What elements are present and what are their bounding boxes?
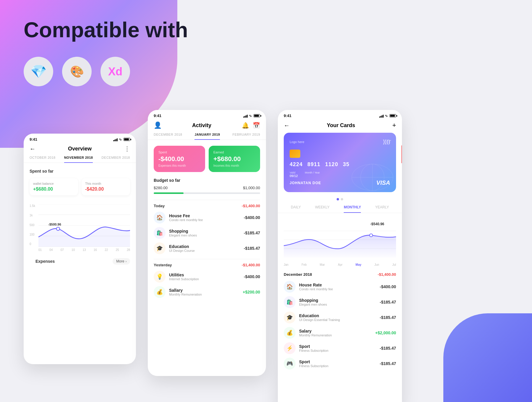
this-month-card: This month -$420.00: [82, 178, 130, 195]
phone-activity: 9:41 ∿ 👤 Activity: [148, 110, 266, 376]
cards-back-button[interactable]: ←: [284, 122, 290, 129]
trans-month: December 2018: [284, 272, 312, 277]
tab-monthly[interactable]: MONTHLY: [344, 205, 361, 213]
tab-daily[interactable]: DAILY: [291, 205, 301, 213]
card-number-part3: 1120: [325, 161, 338, 168]
wallet-value: +$680.00: [33, 187, 74, 192]
budget-section: Budget so far $280.00 $1,000.00: [148, 178, 266, 194]
today-transactions: Today -$1,400.00 🏠 House Fee Condo rent …: [148, 204, 266, 254]
education-icon2: 🎓: [284, 312, 296, 323]
battery-icon-3: [390, 114, 396, 117]
activity-title: Activity: [192, 122, 211, 129]
signal-icon-2: [243, 114, 248, 118]
profile-icon[interactable]: 👤: [154, 121, 162, 129]
spent-type: Spent: [158, 150, 200, 154]
house-fee-icon: 🏠: [154, 212, 166, 223]
phone-cards: 9:41 ∿ ← Your Cards: [278, 110, 402, 402]
wifi-icon: ∿: [119, 137, 122, 142]
card-dot-1[interactable]: [337, 198, 339, 200]
figma-icon: 🎨: [70, 65, 84, 78]
back-button[interactable]: ←: [30, 145, 35, 152]
budget-label: Budget so far: [154, 178, 260, 183]
more-button[interactable]: More ›: [113, 258, 130, 265]
y-labels: 1.5k 1k 500 100 0: [30, 204, 35, 246]
card-number-part4: 35: [343, 161, 349, 168]
list-item[interactable]: 🏠 House Rate Condo rent monthly fee -$40…: [284, 281, 396, 293]
earned-amount: +$680.00: [213, 155, 255, 163]
card-logo-row: Logo here )))): [290, 139, 390, 145]
tool-icons-row: 💎 🎨 Xd: [24, 57, 508, 86]
battery-icon-2: [254, 114, 260, 117]
add-card-button[interactable]: +: [392, 121, 396, 129]
sketch-icon: 💎: [30, 64, 47, 79]
earned-desc: Incomes this month: [213, 164, 255, 167]
svg-text:-$500.96: -$500.96: [48, 223, 61, 226]
house-rate-icon: 🏠: [284, 281, 296, 293]
spent-desc: Expenses this month: [158, 164, 200, 167]
today-total: -$1,400.00: [242, 204, 260, 208]
yesterday-header: Yesterday -$1,400.00: [154, 263, 260, 267]
list-item[interactable]: 💰 Sallary Monthly Remuneration +$200.00: [154, 286, 260, 298]
budget-progress-bar: [154, 192, 260, 194]
yesterday-transactions: Yesterday -$1,400.00 💡 Utilities Interne…: [148, 263, 266, 298]
figma-icon-circle: 🎨: [62, 57, 92, 86]
list-item[interactable]: 🛍️ Shopping Elegant men shoes -$185.47: [284, 296, 396, 308]
card-holder-name: JOHNATAN DOE: [290, 181, 321, 185]
cards-header: ← Your Cards +: [278, 119, 402, 133]
tab-october[interactable]: OCTOBER 2018: [30, 156, 56, 163]
tab-november[interactable]: NOVEMBER 2018: [64, 156, 93, 163]
phones-container: 9:41 ∿ ← Overview: [24, 110, 508, 402]
status-icons-1: ∿: [113, 137, 130, 142]
activity-icons: 🔔 📅: [242, 122, 260, 129]
cards-transactions: December 2018 -$1,400.00 🏠 House Rate Co…: [278, 272, 402, 369]
list-item[interactable]: 💰 Salary Monthly Remuneration +$2,000.00: [284, 327, 396, 339]
menu-dots-button[interactable]: ⋮: [124, 145, 130, 152]
credit-card: ⋯ Logo here )))) 4224 8911 1120 35 Valid…: [284, 133, 396, 192]
spent-amount: -$400.00: [158, 155, 200, 163]
status-time-2: 9:41: [154, 114, 161, 118]
tab-february2019[interactable]: FEBRUARY 2019: [232, 133, 260, 140]
tab-december[interactable]: DECEMBER 2018: [102, 156, 130, 163]
card-world-decoration: [349, 163, 396, 192]
list-item[interactable]: 🎓 Education UI Design Essential Training…: [284, 312, 396, 323]
utilities-icon: 💡: [154, 271, 166, 283]
today-header: Today -$1,400.00: [154, 204, 260, 208]
spent-earned-row: Spent -$400.00 Expenses this month Earne…: [148, 146, 266, 172]
salary-icon: 💰: [154, 286, 166, 298]
card-dot-2[interactable]: [341, 198, 343, 200]
list-item[interactable]: 💡 Utilities Internet Subscription -$400.…: [154, 271, 260, 283]
time-tabs: DAILY WEEKLY MONTHLY YEARLY: [278, 205, 402, 213]
overview-tabs: OCTOBER 2018 NOVEMBER 2018 DECEMBER 2018: [24, 156, 136, 163]
month-year-label: Month / Year: [305, 171, 320, 174]
tab-january2019[interactable]: JANUARY 2019: [194, 133, 220, 140]
budget-total: $1,000.00: [243, 186, 260, 190]
education-icon: 🎓: [154, 242, 166, 254]
xd-icon-circle: Xd: [100, 57, 130, 86]
list-item[interactable]: 🎮 Sport Fitness Subscription -$185.47: [284, 358, 396, 369]
status-bar-2: 9:41 ∿: [148, 110, 266, 119]
card-logo-text: Logo here: [290, 140, 304, 144]
expenses-label: Expenses: [30, 259, 61, 264]
wallet-balance-card: wallet balance +$680.00: [30, 178, 78, 195]
separator: [154, 200, 260, 200]
tab-december2018[interactable]: DECEMBER 2018: [154, 133, 182, 140]
calendar-icon[interactable]: 📅: [253, 122, 260, 129]
list-item[interactable]: 🛍️ Shopping Elegant men shoes -$185.47: [154, 227, 260, 239]
card-menu-button[interactable]: ⋯: [387, 137, 391, 143]
svg-point-5: [56, 227, 60, 230]
list-item[interactable]: 🎓 Education UI Design Course -$185.47: [154, 242, 260, 254]
overview-header: ← Overview ⋮: [24, 143, 136, 156]
yesterday-label: Yesterday: [154, 263, 172, 267]
battery-icon: [124, 138, 130, 141]
card-trans-header: December 2018 -$1,400.00: [284, 272, 396, 277]
cards-chart: -$540.96: [278, 219, 402, 266]
notification-icon[interactable]: 🔔: [242, 122, 249, 129]
list-item[interactable]: ⚡ Sport Fitness Subscription -$185.47: [284, 342, 396, 354]
list-item[interactable]: 🏠 House Fee Condo rent monthly fee -$400…: [154, 212, 260, 223]
tab-yearly[interactable]: YEARLY: [375, 205, 389, 213]
yesterday-total: -$1,400.00: [242, 263, 260, 267]
x-labels: 01 04 07 10 13 16 22 25 28: [38, 248, 130, 252]
sport-icon: ⚡: [284, 342, 296, 354]
tab-weekly[interactable]: WEEKLY: [315, 205, 330, 213]
sketch-icon-circle: 💎: [24, 57, 53, 86]
